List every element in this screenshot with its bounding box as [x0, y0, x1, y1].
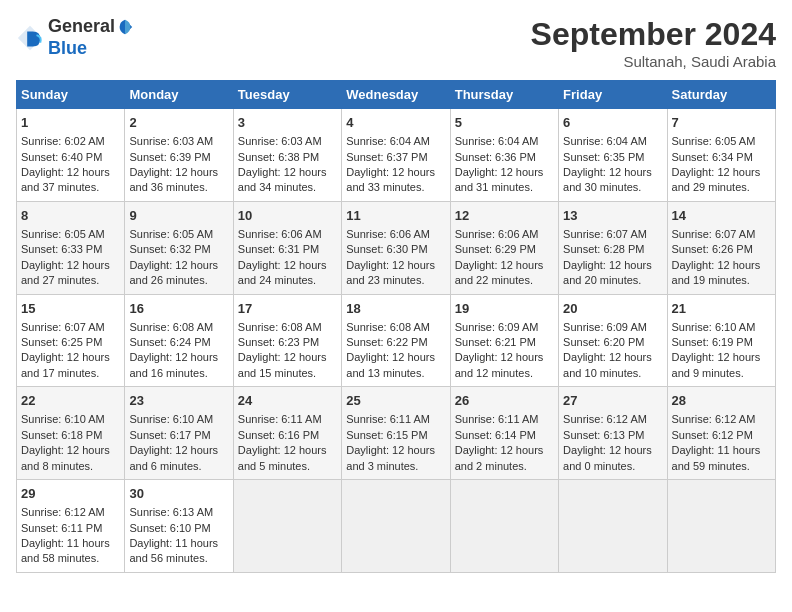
day-info: Sunset: 6:20 PM [563, 335, 662, 350]
day-info: Daylight: 12 hours [455, 443, 554, 458]
day-info: Sunset: 6:22 PM [346, 335, 445, 350]
day-info: Sunrise: 6:10 AM [21, 412, 120, 427]
day-info: Daylight: 12 hours [455, 165, 554, 180]
day-info: Sunrise: 6:06 AM [346, 227, 445, 242]
table-row: 20Sunrise: 6:09 AMSunset: 6:20 PMDayligh… [559, 294, 667, 387]
day-info: and 58 minutes. [21, 551, 120, 566]
day-info: and 8 minutes. [21, 459, 120, 474]
table-row: 22Sunrise: 6:10 AMSunset: 6:18 PMDayligh… [17, 387, 125, 480]
day-info: Sunrise: 6:03 AM [238, 134, 337, 149]
day-number: 13 [563, 207, 662, 225]
day-info: Sunset: 6:25 PM [21, 335, 120, 350]
day-info: Sunrise: 6:10 AM [672, 320, 771, 335]
calendar-row: 1Sunrise: 6:02 AMSunset: 6:40 PMDaylight… [17, 109, 776, 202]
day-info: Sunset: 6:26 PM [672, 242, 771, 257]
day-info: Daylight: 12 hours [563, 258, 662, 273]
day-info: Sunrise: 6:11 AM [238, 412, 337, 427]
day-info: and 6 minutes. [129, 459, 228, 474]
day-info: and 3 minutes. [346, 459, 445, 474]
table-row: 15Sunrise: 6:07 AMSunset: 6:25 PMDayligh… [17, 294, 125, 387]
day-info: Sunset: 6:16 PM [238, 428, 337, 443]
day-info: Daylight: 12 hours [455, 258, 554, 273]
day-info: and 9 minutes. [672, 366, 771, 381]
table-row [450, 480, 558, 573]
col-sunday: Sunday [17, 81, 125, 109]
day-info: Sunset: 6:37 PM [346, 150, 445, 165]
col-tuesday: Tuesday [233, 81, 341, 109]
day-info: Sunset: 6:35 PM [563, 150, 662, 165]
day-info: and 59 minutes. [672, 459, 771, 474]
day-number: 22 [21, 392, 120, 410]
day-number: 4 [346, 114, 445, 132]
day-info: Sunset: 6:28 PM [563, 242, 662, 257]
logo-text: General Blue [48, 16, 134, 59]
day-info: and 12 minutes. [455, 366, 554, 381]
day-info: Sunrise: 6:07 AM [672, 227, 771, 242]
col-saturday: Saturday [667, 81, 775, 109]
day-info: and 26 minutes. [129, 273, 228, 288]
table-row: 4Sunrise: 6:04 AMSunset: 6:37 PMDaylight… [342, 109, 450, 202]
day-info: and 36 minutes. [129, 180, 228, 195]
day-number: 11 [346, 207, 445, 225]
day-number: 3 [238, 114, 337, 132]
table-row: 7Sunrise: 6:05 AMSunset: 6:34 PMDaylight… [667, 109, 775, 202]
day-info: Sunset: 6:23 PM [238, 335, 337, 350]
day-info: Sunset: 6:14 PM [455, 428, 554, 443]
table-row: 19Sunrise: 6:09 AMSunset: 6:21 PMDayligh… [450, 294, 558, 387]
day-info: and 20 minutes. [563, 273, 662, 288]
logo: General Blue [16, 16, 134, 59]
day-info: Sunset: 6:33 PM [21, 242, 120, 257]
day-info: Sunrise: 6:10 AM [129, 412, 228, 427]
day-info: Sunset: 6:19 PM [672, 335, 771, 350]
day-info: Sunrise: 6:12 AM [672, 412, 771, 427]
day-info: Daylight: 12 hours [346, 443, 445, 458]
day-info: Sunrise: 6:02 AM [21, 134, 120, 149]
day-info: Daylight: 12 hours [238, 258, 337, 273]
day-number: 16 [129, 300, 228, 318]
day-number: 1 [21, 114, 120, 132]
table-row: 30Sunrise: 6:13 AMSunset: 6:10 PMDayligh… [125, 480, 233, 573]
day-info: Sunrise: 6:12 AM [21, 505, 120, 520]
day-number: 2 [129, 114, 228, 132]
table-row: 14Sunrise: 6:07 AMSunset: 6:26 PMDayligh… [667, 201, 775, 294]
title-block: September 2024 Sultanah, Saudi Arabia [531, 16, 776, 70]
day-info: and 37 minutes. [21, 180, 120, 195]
day-info: Daylight: 12 hours [238, 350, 337, 365]
day-info: Daylight: 12 hours [672, 165, 771, 180]
day-number: 15 [21, 300, 120, 318]
day-info: Sunset: 6:10 PM [129, 521, 228, 536]
day-info: Sunset: 6:12 PM [672, 428, 771, 443]
day-info: Daylight: 12 hours [238, 443, 337, 458]
day-info: Sunset: 6:38 PM [238, 150, 337, 165]
table-row: 10Sunrise: 6:06 AMSunset: 6:31 PMDayligh… [233, 201, 341, 294]
day-info: Daylight: 11 hours [672, 443, 771, 458]
day-number: 6 [563, 114, 662, 132]
day-number: 28 [672, 392, 771, 410]
day-info: Daylight: 12 hours [563, 350, 662, 365]
day-info: Sunset: 6:39 PM [129, 150, 228, 165]
table-row: 1Sunrise: 6:02 AMSunset: 6:40 PMDaylight… [17, 109, 125, 202]
day-info: Sunset: 6:17 PM [129, 428, 228, 443]
day-info: Sunrise: 6:05 AM [21, 227, 120, 242]
calendar-table: Sunday Monday Tuesday Wednesday Thursday… [16, 80, 776, 573]
day-info: Sunrise: 6:08 AM [129, 320, 228, 335]
day-info: Daylight: 12 hours [129, 258, 228, 273]
table-row: 21Sunrise: 6:10 AMSunset: 6:19 PMDayligh… [667, 294, 775, 387]
day-info: Daylight: 12 hours [238, 165, 337, 180]
table-row: 25Sunrise: 6:11 AMSunset: 6:15 PMDayligh… [342, 387, 450, 480]
calendar-row: 8Sunrise: 6:05 AMSunset: 6:33 PMDaylight… [17, 201, 776, 294]
table-row: 9Sunrise: 6:05 AMSunset: 6:32 PMDaylight… [125, 201, 233, 294]
day-info: and 10 minutes. [563, 366, 662, 381]
day-info: Daylight: 12 hours [346, 258, 445, 273]
day-info: and 17 minutes. [21, 366, 120, 381]
day-info: and 19 minutes. [672, 273, 771, 288]
day-info: Daylight: 12 hours [455, 350, 554, 365]
day-info: and 29 minutes. [672, 180, 771, 195]
day-number: 14 [672, 207, 771, 225]
day-info: Sunrise: 6:12 AM [563, 412, 662, 427]
table-row: 3Sunrise: 6:03 AMSunset: 6:38 PMDaylight… [233, 109, 341, 202]
day-number: 9 [129, 207, 228, 225]
day-info: Sunrise: 6:07 AM [21, 320, 120, 335]
col-monday: Monday [125, 81, 233, 109]
day-number: 18 [346, 300, 445, 318]
